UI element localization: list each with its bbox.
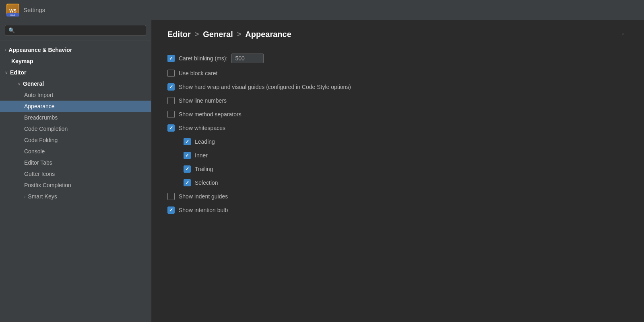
sidebar-item-appearance-behavior[interactable]: ›Appearance & Behavior — [0, 44, 151, 56]
label-hard-wrap: Show hard wrap and visual guides (config… — [179, 84, 351, 90]
sidebar-item-label-appearance-behavior: Appearance & Behavior — [8, 47, 72, 53]
label-whitespaces: Show whitespaces — [179, 125, 225, 131]
sidebar-item-editor-tabs[interactable]: Editor Tabs — [0, 157, 151, 168]
label-leading: Leading — [195, 138, 215, 145]
setting-row-leading: Leading — [167, 135, 628, 149]
sidebar: 🔍 ›Appearance & BehaviorKeymap∨Editor∨Ge… — [0, 20, 151, 322]
breadcrumb-editor: Editor — [167, 30, 191, 39]
checkbox-hard-wrap[interactable] — [167, 83, 175, 91]
setting-row-hard-wrap: Show hard wrap and visual guides (config… — [167, 80, 628, 94]
checkbox-leading[interactable] — [184, 138, 191, 145]
sidebar-item-label-smart-keys: Smart Keys — [28, 193, 57, 200]
main-layout: 🔍 ›Appearance & BehaviorKeymap∨Editor∨Ge… — [0, 20, 644, 322]
checkbox-inner[interactable] — [184, 152, 191, 159]
chevron-general-icon: ∨ — [18, 82, 21, 86]
checkbox-indent-guides[interactable] — [167, 193, 175, 200]
setting-row-inner: Inner — [167, 149, 628, 162]
setting-row-block-caret: Use block caret — [167, 66, 628, 80]
sidebar-item-label-auto-import: Auto Import — [24, 92, 53, 98]
sidebar-item-appearance[interactable]: Appearance — [0, 101, 151, 112]
checkbox-intention-bulb[interactable] — [167, 206, 175, 214]
label-caret-blinking: Caret blinking (ms): — [179, 55, 227, 62]
checkbox-line-numbers[interactable] — [167, 97, 175, 104]
checkbox-method-separators[interactable] — [167, 111, 175, 118]
setting-row-intention-bulb: Show intention bulb — [167, 203, 628, 217]
checkbox-block-caret[interactable] — [167, 70, 175, 77]
sidebar-item-label-appearance: Appearance — [24, 103, 55, 109]
sidebar-item-label-code-folding: Code Folding — [24, 137, 58, 143]
sidebar-item-console[interactable]: Console — [0, 146, 151, 157]
chevron-smart-keys-icon: › — [24, 194, 25, 199]
setting-row-line-numbers: Show line numbers — [167, 94, 628, 107]
setting-row-method-separators: Show method separators — [167, 107, 628, 121]
label-block-caret: Use block caret — [179, 70, 217, 76]
checkbox-whitespaces[interactable] — [167, 124, 175, 132]
sidebar-item-auto-import[interactable]: Auto Import — [0, 89, 151, 101]
setting-row-selection: Selection — [167, 176, 628, 190]
breadcrumb-general: General — [203, 30, 233, 39]
label-selection: Selection — [195, 180, 218, 186]
breadcrumb: Editor > General > Appearance — [167, 30, 628, 39]
input-caret-blinking[interactable] — [231, 54, 264, 63]
content-area: Editor > General > Appearance ← Caret bl… — [151, 20, 644, 322]
checkbox-selection[interactable] — [184, 179, 191, 186]
breadcrumb-sep-1: > — [195, 30, 199, 39]
label-line-numbers: Show line numbers — [179, 97, 227, 104]
sidebar-item-editor[interactable]: ∨Editor — [0, 67, 151, 78]
setting-row-trailing: Trailing — [167, 162, 628, 176]
settings-list: Caret blinking (ms):Use block caretShow … — [167, 50, 628, 217]
nav-tree: ›Appearance & BehaviorKeymap∨Editor∨Gene… — [0, 41, 151, 322]
breadcrumb-appearance: Appearance — [245, 30, 291, 39]
window-title: Settings — [23, 6, 45, 13]
search-bar: 🔍 — [0, 20, 151, 41]
label-indent-guides: Show indent guides — [179, 193, 228, 200]
chevron-appearance-behavior-icon: › — [5, 48, 6, 52]
label-inner: Inner — [195, 152, 208, 159]
sidebar-item-label-editor: Editor — [10, 69, 26, 76]
setting-row-whitespaces: Show whitespaces — [167, 121, 628, 135]
search-input[interactable] — [17, 27, 142, 33]
label-intention-bulb: Show intention bulb — [179, 207, 228, 213]
sidebar-item-general[interactable]: ∨General — [0, 78, 151, 89]
sidebar-item-label-gutter-icons: Gutter Icons — [24, 171, 55, 177]
checkbox-trailing[interactable] — [184, 165, 191, 173]
app-logo: WS EAP — [6, 4, 19, 17]
setting-row-indent-guides: Show indent guides — [167, 190, 628, 203]
sidebar-item-label-breadcrumbs: Breadcrumbs — [24, 114, 58, 121]
svg-text:EAP: EAP — [10, 14, 15, 17]
sidebar-item-postfix-completion[interactable]: Postfix Completion — [0, 180, 151, 191]
breadcrumb-sep-2: > — [237, 30, 242, 39]
back-button[interactable]: ← — [621, 30, 628, 38]
sidebar-item-gutter-icons[interactable]: Gutter Icons — [0, 168, 151, 180]
sidebar-item-keymap[interactable]: Keymap — [0, 56, 151, 67]
checkbox-caret-blinking[interactable] — [167, 55, 175, 62]
sidebar-item-label-editor-tabs: Editor Tabs — [24, 159, 52, 166]
label-trailing: Trailing — [195, 166, 213, 172]
sidebar-item-code-folding[interactable]: Code Folding — [0, 134, 151, 146]
sidebar-item-label-code-completion: Code Completion — [24, 126, 68, 132]
sidebar-item-label-postfix-completion: Postfix Completion — [24, 182, 71, 188]
sidebar-item-label-keymap: Keymap — [11, 58, 33, 64]
sidebar-item-code-completion[interactable]: Code Completion — [0, 123, 151, 134]
search-icon: 🔍 — [8, 27, 15, 33]
label-method-separators: Show method separators — [179, 111, 242, 118]
sidebar-item-label-general: General — [23, 80, 44, 87]
sidebar-item-label-console: Console — [24, 148, 45, 155]
chevron-editor-icon: ∨ — [5, 70, 8, 75]
sidebar-item-breadcrumbs[interactable]: Breadcrumbs — [0, 112, 151, 123]
sidebar-item-smart-keys[interactable]: ›Smart Keys — [0, 191, 151, 202]
search-input-wrap[interactable]: 🔍 — [5, 25, 146, 36]
titlebar: WS EAP Settings — [0, 0, 644, 20]
svg-text:WS: WS — [9, 8, 17, 13]
setting-row-caret-blinking: Caret blinking (ms): — [167, 50, 628, 66]
